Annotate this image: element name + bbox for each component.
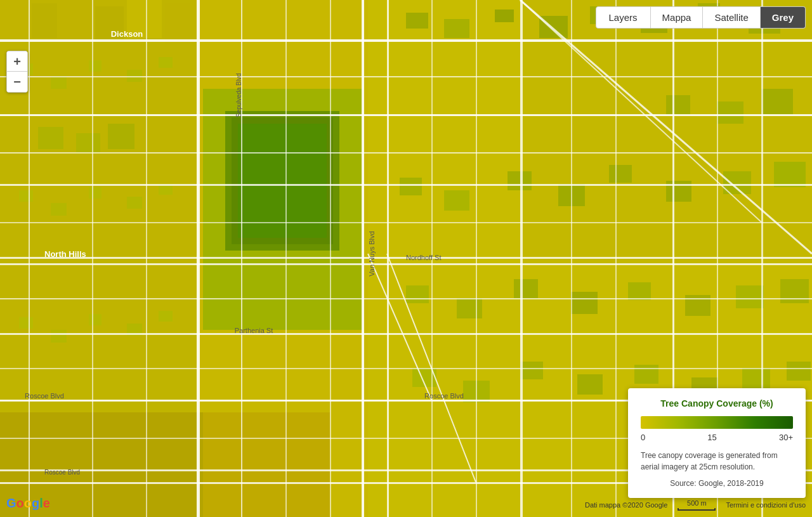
- legend-label-low: 0: [641, 433, 645, 442]
- svg-rect-116: [476, 0, 477, 517]
- legend-panel: Tree Canopy Coverage (%) 0 15 30+ Tree c…: [628, 388, 806, 498]
- svg-rect-71: [742, 368, 770, 391]
- bottom-bar: Dati mappa ©2020 Google 500 m Termini e …: [585, 499, 806, 511]
- svg-rect-61: [628, 282, 651, 300]
- mappa-button[interactable]: Mappa: [651, 6, 704, 29]
- map-container[interactable]: Dickson Van Nuys Blvd Nordhoff St Parthe…: [0, 0, 812, 517]
- svg-rect-118: [615, 0, 617, 517]
- svg-rect-36: [444, 19, 469, 38]
- svg-rect-44: [76, 133, 100, 152]
- svg-rect-28: [203, 412, 330, 517]
- svg-rect-74: [51, 76, 67, 89]
- svg-rect-72: [787, 362, 811, 381]
- svg-rect-45: [108, 124, 134, 149]
- svg-rect-84: [51, 330, 67, 343]
- zoom-controls: + −: [6, 51, 28, 93]
- svg-rect-57: [406, 285, 429, 303]
- svg-rect-83: [19, 317, 33, 329]
- svg-rect-68: [577, 374, 603, 395]
- svg-rect-93: [0, 333, 812, 335]
- legend-description: Tree canopy coverage is generated from a…: [641, 450, 793, 473]
- svg-rect-88: [0, 39, 812, 42]
- svg-rect-80: [89, 187, 102, 199]
- svg-rect-26: [238, 124, 327, 238]
- svg-rect-51: [666, 181, 691, 202]
- svg-rect-76: [127, 70, 142, 82]
- satellite-button[interactable]: Satellite: [703, 6, 760, 29]
- svg-rect-98: [0, 152, 812, 154]
- legend-source: Source: Google, 2018-2019: [641, 479, 793, 488]
- svg-rect-85: [89, 314, 102, 325]
- svg-rect-99: [0, 222, 812, 223]
- scale-line: [678, 508, 716, 511]
- legend-gradient: [641, 416, 793, 429]
- grey-button[interactable]: Grey: [761, 6, 806, 29]
- svg-rect-89: [0, 114, 812, 116]
- svg-rect-64: [780, 279, 809, 303]
- legend-label-high: 30+: [779, 433, 793, 442]
- svg-text:Dickson: Dickson: [111, 29, 143, 39]
- svg-rect-87: [159, 311, 173, 322]
- legend-title: Tree Canopy Coverage (%): [641, 398, 793, 409]
- svg-rect-104: [362, 0, 364, 517]
- svg-text:North Hills: North Hills: [44, 249, 86, 259]
- svg-rect-47: [444, 190, 469, 211]
- svg-text:Parthenia St: Parthenia St: [235, 327, 273, 334]
- svg-rect-106: [520, 0, 523, 517]
- svg-rect-62: [685, 295, 710, 316]
- svg-rect-77: [159, 57, 173, 68]
- layers-button[interactable]: Layers: [596, 6, 651, 29]
- svg-rect-53: [774, 162, 806, 187]
- zoom-in-button[interactable]: +: [7, 51, 27, 72]
- svg-rect-35: [406, 13, 428, 29]
- svg-text:Roscoe Blvd: Roscoe Blvd: [424, 392, 464, 400]
- svg-rect-58: [457, 298, 482, 318]
- svg-rect-34: [165, 3, 190, 44]
- svg-rect-75: [89, 60, 102, 72]
- svg-text:Roscoe Blvd: Roscoe Blvd: [25, 392, 64, 400]
- svg-rect-46: [400, 178, 422, 195]
- svg-rect-43: [38, 127, 63, 149]
- svg-rect-60: [571, 292, 598, 314]
- scale-bar: 500 m: [678, 499, 716, 511]
- svg-rect-97: [0, 76, 812, 77]
- map-controls: Layers Mappa Satellite Grey: [596, 6, 806, 29]
- svg-rect-101: [0, 368, 812, 369]
- svg-rect-117: [571, 0, 572, 517]
- svg-rect-31: [60, 0, 92, 41]
- legend-label-mid: 15: [707, 433, 716, 442]
- svg-rect-67: [520, 362, 543, 379]
- google-logo: Google: [6, 496, 50, 511]
- svg-rect-109: [29, 0, 30, 517]
- zoom-out-button[interactable]: −: [7, 72, 27, 92]
- legend-labels: 0 15 30+: [641, 433, 793, 442]
- svg-rect-56: [761, 89, 793, 114]
- svg-rect-63: [736, 285, 764, 308]
- svg-rect-113: [285, 0, 287, 517]
- svg-text:Nordhoff St: Nordhoff St: [406, 254, 441, 261]
- svg-text:Sepulveda Blvd: Sepulveda Blvd: [235, 74, 242, 118]
- svg-text:Van Nuys Blvd: Van Nuys Blvd: [368, 231, 376, 276]
- scale-label: 500 m: [687, 499, 707, 507]
- svg-rect-92: [0, 263, 812, 265]
- svg-rect-55: [717, 101, 743, 124]
- svg-text:Roscoe Blvd: Roscoe Blvd: [44, 469, 80, 476]
- svg-rect-100: [0, 298, 812, 299]
- svg-rect-110: [92, 0, 93, 517]
- svg-rect-81: [127, 197, 142, 209]
- svg-rect-114: [330, 0, 331, 517]
- svg-rect-30: [32, 3, 57, 38]
- terms-link[interactable]: Termini e condizioni d'uso: [726, 501, 806, 509]
- svg-rect-48: [508, 171, 532, 190]
- svg-rect-29: [0, 0, 29, 38]
- svg-rect-103: [197, 0, 200, 517]
- svg-rect-111: [146, 0, 147, 517]
- svg-rect-54: [666, 95, 690, 114]
- svg-rect-59: [514, 279, 538, 298]
- svg-rect-78: [19, 190, 33, 202]
- svg-rect-50: [609, 165, 632, 183]
- svg-rect-37: [495, 10, 514, 22]
- svg-rect-90: [0, 184, 812, 186]
- copyright-text: Dati mappa ©2020 Google: [585, 501, 667, 509]
- svg-rect-69: [634, 365, 658, 384]
